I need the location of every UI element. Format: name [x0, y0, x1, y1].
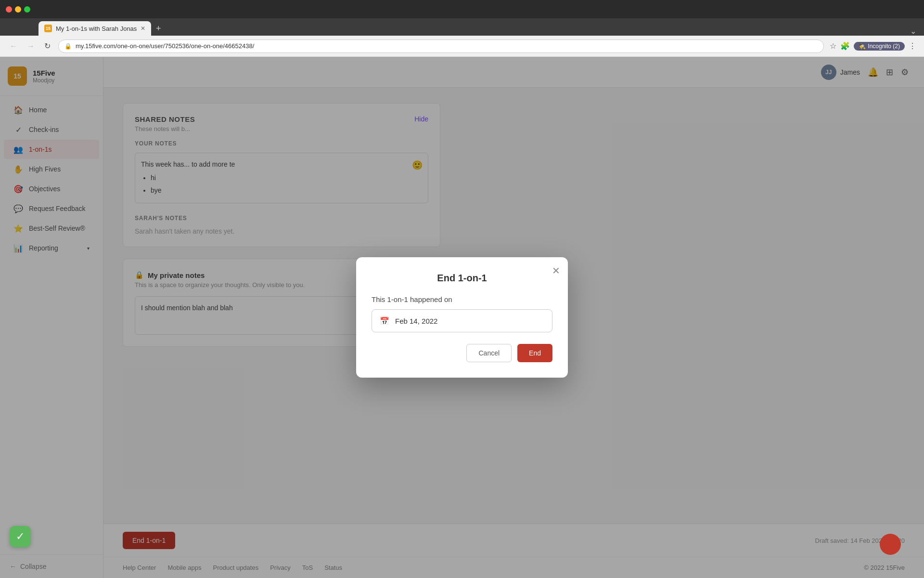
cancel-button[interactable]: Cancel — [466, 344, 512, 362]
modal-description: This 1-on-1 happened on — [372, 295, 552, 303]
new-tab-button[interactable]: + — [151, 21, 166, 36]
tab-favicon: 15 — [44, 25, 52, 32]
modal-title: End 1-on-1 — [372, 273, 552, 284]
url-text: my.15five.com/one-on-one/user/7502536/on… — [76, 42, 818, 50]
menu-icon[interactable]: ⋮ — [909, 41, 916, 51]
maximize-window-button[interactable] — [24, 6, 30, 13]
close-window-button[interactable] — [6, 6, 12, 13]
modal-close-button[interactable]: ✕ — [552, 265, 560, 276]
end-confirm-button[interactable]: End — [517, 344, 552, 362]
traffic-lights — [6, 6, 30, 13]
incognito-icon: 🕵 — [859, 43, 866, 50]
lock-icon: 🔒 — [64, 43, 72, 50]
tab-overflow-button[interactable]: ⌄ — [910, 26, 924, 36]
forward-button[interactable]: → — [25, 40, 37, 53]
reload-button[interactable]: ↻ — [42, 39, 52, 53]
check-icon: ✓ — [16, 530, 25, 543]
app-container: 15 15Five Moodjoy 🏠 Home ✓ Check-ins 👥 1… — [0, 57, 924, 578]
active-tab[interactable]: 15 My 1-on-1s with Sarah Jonas ✕ — [38, 21, 151, 36]
incognito-badge: 🕵 Incognito (2) — [854, 42, 905, 51]
url-input[interactable]: 🔒 my.15five.com/one-on-one/user/7502536/… — [58, 39, 824, 53]
date-picker[interactable]: 📅 Feb 14, 2022 — [372, 309, 552, 332]
check-widget[interactable]: ✓ — [10, 526, 31, 547]
title-bar — [0, 0, 924, 18]
browser-chrome: 15 My 1-on-1s with Sarah Jonas ✕ + ⌄ ← →… — [0, 0, 924, 57]
minimize-window-button[interactable] — [15, 6, 21, 13]
address-bar: ← → ↻ 🔒 my.15five.com/one-on-one/user/75… — [0, 36, 924, 57]
modal-actions: Cancel End — [372, 344, 552, 362]
date-value: Feb 14, 2022 — [395, 317, 437, 325]
calendar-icon: 📅 — [380, 316, 389, 326]
back-button[interactable]: ← — [8, 40, 19, 53]
modal-overlay: ✕ End 1-on-1 This 1-on-1 happened on 📅 F… — [0, 57, 924, 578]
red-action-button[interactable] — [880, 534, 901, 555]
incognito-label: Incognito (2) — [868, 43, 900, 50]
extensions-icon[interactable]: 🧩 — [840, 41, 850, 51]
address-actions: ☆ 🧩 🕵 Incognito (2) ⋮ — [830, 41, 916, 51]
bookmark-icon[interactable]: ☆ — [830, 41, 836, 51]
tab-close-button[interactable]: ✕ — [141, 25, 145, 32]
end-1on1-modal: ✕ End 1-on-1 This 1-on-1 happened on 📅 F… — [356, 257, 568, 378]
tab-bar: 15 My 1-on-1s with Sarah Jonas ✕ + ⌄ — [0, 18, 924, 36]
tab-label: My 1-on-1s with Sarah Jonas — [56, 25, 137, 32]
